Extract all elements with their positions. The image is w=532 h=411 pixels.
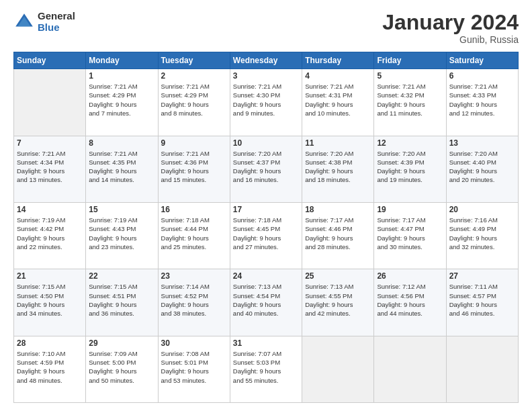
title-block: January 2024 Gunib, Russia [382,11,519,45]
calendar-cell: 21Sunrise: 7:15 AM Sunset: 4:50 PM Dayli… [14,269,86,336]
logo-blue-text: Blue [38,22,75,34]
col-friday: Friday [374,52,446,69]
calendar-cell: 7Sunrise: 7:21 AM Sunset: 4:34 PM Daylig… [14,136,86,202]
calendar-cell: 13Sunrise: 7:20 AM Sunset: 4:40 PM Dayli… [446,136,518,202]
day-info: Sunrise: 7:21 AM Sunset: 4:31 PM Dayligh… [305,82,371,118]
subtitle: Gunib, Russia [382,34,519,45]
day-number: 18 [305,205,371,214]
day-info: Sunrise: 7:13 AM Sunset: 4:55 PM Dayligh… [305,282,371,318]
day-number: 31 [233,338,299,348]
week-row-3: 14Sunrise: 7:19 AM Sunset: 4:42 PM Dayli… [14,202,519,269]
calendar-cell: 12Sunrise: 7:20 AM Sunset: 4:39 PM Dayli… [374,136,446,202]
day-number: 13 [449,138,515,148]
calendar-cell: 4Sunrise: 7:21 AM Sunset: 4:31 PM Daylig… [302,69,374,136]
day-info: Sunrise: 7:21 AM Sunset: 4:34 PM Dayligh… [17,149,83,185]
day-number: 4 [305,71,371,81]
calendar-cell: 14Sunrise: 7:19 AM Sunset: 4:42 PM Dayli… [14,202,86,269]
day-number: 7 [17,138,83,148]
day-number: 16 [161,205,227,214]
calendar-cell: 22Sunrise: 7:15 AM Sunset: 4:51 PM Dayli… [86,269,158,336]
calendar-cell [302,336,374,402]
calendar-cell: 28Sunrise: 7:10 AM Sunset: 4:59 PM Dayli… [14,336,86,402]
day-number: 26 [377,271,443,281]
day-info: Sunrise: 7:21 AM Sunset: 4:35 PM Dayligh… [89,149,154,185]
day-info: Sunrise: 7:18 AM Sunset: 4:45 PM Dayligh… [233,216,299,251]
day-number: 23 [161,271,227,281]
day-info: Sunrise: 7:09 AM Sunset: 5:00 PM Dayligh… [89,349,154,385]
day-number: 14 [17,205,83,214]
day-info: Sunrise: 7:17 AM Sunset: 4:47 PM Dayligh… [377,216,443,251]
calendar-cell: 11Sunrise: 7:20 AM Sunset: 4:38 PM Dayli… [302,136,374,202]
calendar-cell: 3Sunrise: 7:21 AM Sunset: 4:30 PM Daylig… [230,69,302,136]
day-number: 19 [377,205,443,214]
day-number: 15 [89,205,154,214]
day-info: Sunrise: 7:20 AM Sunset: 4:40 PM Dayligh… [449,149,515,185]
calendar-cell: 27Sunrise: 7:11 AM Sunset: 4:57 PM Dayli… [446,269,518,336]
calendar-cell: 1Sunrise: 7:21 AM Sunset: 4:29 PM Daylig… [86,69,158,136]
calendar-cell: 25Sunrise: 7:13 AM Sunset: 4:55 PM Dayli… [302,269,374,336]
calendar-cell: 9Sunrise: 7:21 AM Sunset: 4:36 PM Daylig… [158,136,230,202]
day-info: Sunrise: 7:20 AM Sunset: 4:38 PM Dayligh… [305,149,371,185]
day-info: Sunrise: 7:08 AM Sunset: 5:01 PM Dayligh… [161,349,227,385]
day-info: Sunrise: 7:21 AM Sunset: 4:29 PM Dayligh… [89,82,154,118]
day-info: Sunrise: 7:21 AM Sunset: 4:33 PM Dayligh… [449,82,515,118]
logo-icon [13,11,35,33]
page: General Blue January 2024 Gunib, Russia … [0,0,532,411]
day-number: 3 [233,71,299,81]
logo-text: General Blue [38,11,75,33]
day-info: Sunrise: 7:21 AM Sunset: 4:30 PM Dayligh… [233,82,299,118]
calendar-cell: 24Sunrise: 7:13 AM Sunset: 4:54 PM Dayli… [230,269,302,336]
day-info: Sunrise: 7:16 AM Sunset: 4:49 PM Dayligh… [449,216,515,251]
day-number: 9 [161,138,227,148]
calendar-cell: 6Sunrise: 7:21 AM Sunset: 4:33 PM Daylig… [446,69,518,136]
day-number: 17 [233,205,299,214]
day-info: Sunrise: 7:15 AM Sunset: 4:50 PM Dayligh… [17,282,83,318]
day-info: Sunrise: 7:20 AM Sunset: 4:37 PM Dayligh… [233,149,299,185]
calendar-cell: 8Sunrise: 7:21 AM Sunset: 4:35 PM Daylig… [86,136,158,202]
day-number: 1 [89,71,154,81]
calendar-header-row: Sunday Monday Tuesday Wednesday Thursday… [14,52,519,69]
day-info: Sunrise: 7:11 AM Sunset: 4:57 PM Dayligh… [449,282,515,318]
main-title: January 2024 [382,11,519,34]
day-number: 25 [305,271,371,281]
calendar-table: Sunday Monday Tuesday Wednesday Thursday… [13,52,519,403]
calendar-cell: 15Sunrise: 7:19 AM Sunset: 4:43 PM Dayli… [86,202,158,269]
calendar-cell: 31Sunrise: 7:07 AM Sunset: 5:03 PM Dayli… [230,336,302,402]
calendar-cell: 30Sunrise: 7:08 AM Sunset: 5:01 PM Dayli… [158,336,230,402]
col-wednesday: Wednesday [230,52,302,69]
day-info: Sunrise: 7:14 AM Sunset: 4:52 PM Dayligh… [161,282,227,318]
day-info: Sunrise: 7:19 AM Sunset: 4:43 PM Dayligh… [89,216,154,251]
day-number: 2 [161,71,227,81]
day-number: 30 [161,338,227,348]
day-number: 8 [89,138,154,148]
calendar-cell: 19Sunrise: 7:17 AM Sunset: 4:47 PM Dayli… [374,202,446,269]
day-info: Sunrise: 7:21 AM Sunset: 4:36 PM Dayligh… [161,149,227,185]
col-tuesday: Tuesday [158,52,230,69]
day-info: Sunrise: 7:15 AM Sunset: 4:51 PM Dayligh… [89,282,154,318]
day-info: Sunrise: 7:21 AM Sunset: 4:29 PM Dayligh… [161,82,227,118]
col-monday: Monday [86,52,158,69]
calendar-cell: 2Sunrise: 7:21 AM Sunset: 4:29 PM Daylig… [158,69,230,136]
calendar-cell: 29Sunrise: 7:09 AM Sunset: 5:00 PM Dayli… [86,336,158,402]
day-number: 5 [377,71,443,81]
header: General Blue January 2024 Gunib, Russia [13,11,519,45]
col-sunday: Sunday [14,52,86,69]
calendar-cell: 23Sunrise: 7:14 AM Sunset: 4:52 PM Dayli… [158,269,230,336]
calendar-cell: 18Sunrise: 7:17 AM Sunset: 4:46 PM Dayli… [302,202,374,269]
day-info: Sunrise: 7:13 AM Sunset: 4:54 PM Dayligh… [233,282,299,318]
day-number: 27 [449,271,515,281]
calendar-cell: 10Sunrise: 7:20 AM Sunset: 4:37 PM Dayli… [230,136,302,202]
day-number: 22 [89,271,154,281]
calendar-cell: 16Sunrise: 7:18 AM Sunset: 4:44 PM Dayli… [158,202,230,269]
day-info: Sunrise: 7:07 AM Sunset: 5:03 PM Dayligh… [233,349,299,385]
day-number: 24 [233,271,299,281]
col-thursday: Thursday [302,52,374,69]
day-info: Sunrise: 7:20 AM Sunset: 4:39 PM Dayligh… [377,149,443,185]
calendar-cell [14,69,86,136]
week-row-1: 1Sunrise: 7:21 AM Sunset: 4:29 PM Daylig… [14,69,519,136]
week-row-2: 7Sunrise: 7:21 AM Sunset: 4:34 PM Daylig… [14,136,519,202]
calendar-cell [374,336,446,402]
logo: General Blue [13,11,75,33]
day-number: 11 [305,138,371,148]
calendar-cell: 20Sunrise: 7:16 AM Sunset: 4:49 PM Dayli… [446,202,518,269]
